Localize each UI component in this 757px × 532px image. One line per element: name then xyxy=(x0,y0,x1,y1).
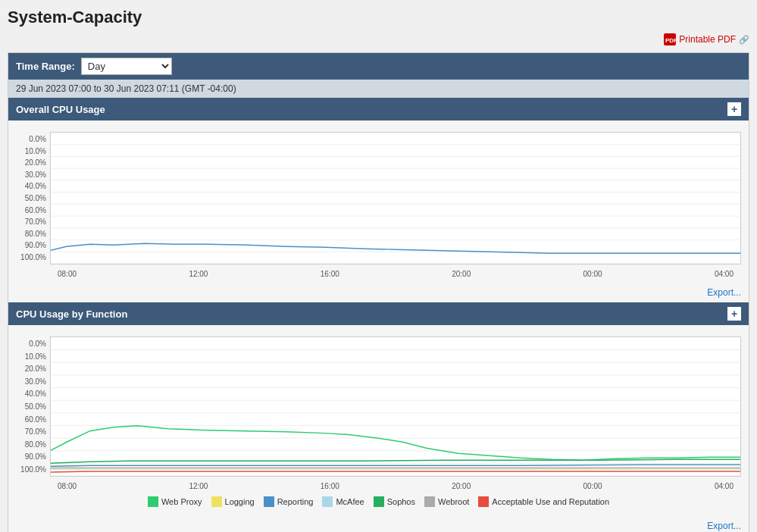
legend-label-logging: Logging xyxy=(225,497,255,506)
section1-title: Overall CPU Usage xyxy=(16,104,105,115)
time-range-label: Time Range: xyxy=(16,61,75,72)
svg-rect-29 xyxy=(424,496,435,507)
legend-color-webproxy xyxy=(148,496,158,507)
date-range-text: 29 Jun 2023 07:00 to 30 Jun 2023 07:11 (… xyxy=(16,83,236,94)
section1-y-axis: 100.0% 90.0% 80.0% 70.0% 60.0% 50.0% 40.… xyxy=(16,132,46,264)
chart-legend: Web Proxy Logging Reporting McAfee Sopho… xyxy=(16,492,741,513)
legend-label-acceptable-use: Acceptable Use and Reputation xyxy=(492,497,609,506)
section1-chart-wrapper: 100.0% 90.0% 80.0% 70.0% 60.0% 50.0% 40.… xyxy=(16,132,741,264)
section2-chart-wrapper: 100.0% 90.0% 80.0% 70.0% 60.0% 50.0% 40.… xyxy=(16,336,741,477)
section2-x-axis: 08:00 12:00 16:00 20:00 00:00 04:00 xyxy=(50,480,741,492)
date-range-bar: 29 Jun 2023 07:00 to 30 Jun 2023 07:11 (… xyxy=(8,80,749,98)
legend-item-acceptable-use: Acceptable Use and Reputation xyxy=(478,496,609,507)
section2-export-row: Export... xyxy=(8,517,749,532)
legend-label-sophos: Sophos xyxy=(387,497,415,506)
legend-item-mcafee: McAfee xyxy=(322,496,364,507)
section2-header: CPU Usage by Function + xyxy=(8,302,749,325)
printable-pdf-row: PDF Printable PDF 🔗 xyxy=(8,33,749,48)
legend-color-logging xyxy=(211,496,222,507)
section1-expand-btn[interactable]: + xyxy=(727,102,741,116)
section2-expand-btn[interactable]: + xyxy=(727,307,741,321)
page-title: System-Capacity xyxy=(8,8,749,27)
legend-color-acceptable-use xyxy=(478,496,489,507)
legend-label-webproxy: Web Proxy xyxy=(161,497,202,506)
legend-label-reporting: Reporting xyxy=(277,497,314,506)
svg-text:PDF: PDF xyxy=(665,37,676,44)
legend-item-logging: Logging xyxy=(211,496,255,507)
section1-chart-svg xyxy=(51,133,740,264)
section1-header: Overall CPU Usage + xyxy=(8,98,749,120)
section1-x-axis: 08:00 12:00 16:00 20:00 00:00 04:00 xyxy=(50,268,741,280)
legend-color-sophos xyxy=(374,496,384,507)
svg-rect-26 xyxy=(264,496,274,507)
svg-rect-24 xyxy=(148,496,158,507)
section2-chart-area xyxy=(50,336,741,477)
time-range-bar: Time Range: Day Hour Week Month Year xyxy=(8,53,749,80)
section2-y-axis: 100.0% 90.0% 80.0% 70.0% 60.0% 50.0% 40.… xyxy=(16,336,46,477)
main-container: Time Range: Day Hour Week Month Year 29 … xyxy=(8,52,749,532)
section2-chart-container: 100.0% 90.0% 80.0% 70.0% 60.0% 50.0% 40.… xyxy=(8,325,749,517)
section2-export-link[interactable]: Export... xyxy=(707,521,741,531)
legend-color-webroot xyxy=(424,496,435,507)
external-link-icon: 🔗 xyxy=(739,35,749,45)
legend-label-webroot: Webroot xyxy=(438,497,469,506)
printable-pdf-link[interactable]: PDF Printable PDF 🔗 xyxy=(664,33,749,45)
legend-color-mcafee xyxy=(322,496,333,507)
time-range-select[interactable]: Day Hour Week Month Year xyxy=(81,58,172,75)
svg-rect-30 xyxy=(478,496,489,507)
pdf-icon: PDF xyxy=(664,33,676,45)
section1-chart-container: 100.0% 90.0% 80.0% 70.0% 60.0% 50.0% 40.… xyxy=(8,120,749,283)
legend-item-webproxy: Web Proxy xyxy=(148,496,202,507)
svg-rect-25 xyxy=(211,496,222,507)
section1-export-row: Export... xyxy=(8,283,749,302)
legend-color-reporting xyxy=(264,496,274,507)
legend-item-reporting: Reporting xyxy=(264,496,314,507)
section1-chart-area xyxy=(50,132,741,264)
section1-export-link[interactable]: Export... xyxy=(707,287,741,298)
svg-rect-28 xyxy=(374,496,384,507)
svg-rect-27 xyxy=(322,496,333,507)
section2-chart-svg xyxy=(51,337,740,476)
legend-item-webroot: Webroot xyxy=(424,496,469,507)
legend-item-sophos: Sophos xyxy=(374,496,415,507)
legend-label-mcafee: McAfee xyxy=(336,497,364,506)
section2-title: CPU Usage by Function xyxy=(16,308,127,320)
